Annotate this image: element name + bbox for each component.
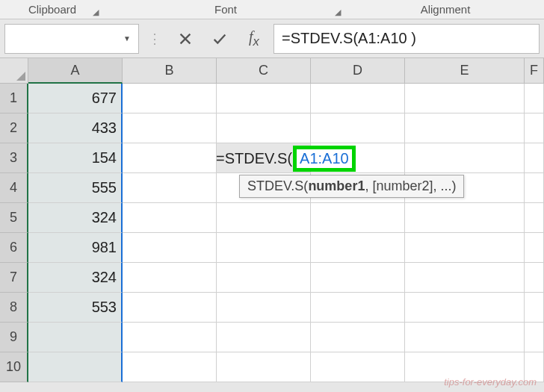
enter-button[interactable] <box>205 24 235 54</box>
ribbon-group-clipboard: Clipboard ◢ <box>0 0 105 19</box>
cell[interactable] <box>525 203 544 233</box>
cell[interactable] <box>405 323 525 352</box>
function-tooltip[interactable]: STDEV.S(number1, [number2], ...) <box>239 175 464 198</box>
insert-function-button[interactable]: fx <box>239 24 269 54</box>
cell[interactable] <box>217 263 311 293</box>
formula-bar: ▼ ⋮ fx =STDEV.S(A1:A10 ) <box>0 19 544 58</box>
cell[interactable] <box>525 323 544 352</box>
cell[interactable]: 553 <box>28 293 123 323</box>
column-header-e[interactable]: E <box>405 58 525 84</box>
cell[interactable] <box>217 293 311 323</box>
table-row: 7 324 <box>0 263 544 293</box>
cell[interactable] <box>311 233 405 263</box>
name-box[interactable]: ▼ <box>4 24 139 54</box>
row-header[interactable]: 1 <box>0 84 28 113</box>
cell[interactable] <box>405 293 525 323</box>
fx-icon: fx <box>249 28 259 49</box>
cell[interactable] <box>123 113 217 143</box>
tooltip-rest: , [number2], ...) <box>365 178 456 193</box>
cell[interactable] <box>405 113 525 143</box>
cell[interactable] <box>311 293 405 323</box>
cell[interactable] <box>311 323 405 352</box>
row-header[interactable]: 2 <box>0 113 28 143</box>
watermark: tips-for-everyday.com <box>444 376 537 388</box>
cell[interactable]: 324 <box>28 203 123 233</box>
cell[interactable] <box>217 233 311 263</box>
row-header[interactable]: 8 <box>0 293 28 323</box>
cell[interactable] <box>405 263 525 293</box>
cell[interactable] <box>525 84 544 113</box>
cell[interactable] <box>217 84 311 113</box>
table-row: 2 433 <box>0 113 544 143</box>
cell[interactable]: 981 <box>28 233 123 263</box>
cell[interactable]: 324 <box>28 263 123 293</box>
cell[interactable] <box>525 293 544 323</box>
cell[interactable] <box>405 143 525 173</box>
row-header[interactable]: 6 <box>0 233 28 263</box>
cell[interactable]: 154 <box>28 143 123 173</box>
cell[interactable] <box>525 143 544 173</box>
chevron-down-icon[interactable]: ▼ <box>120 34 134 43</box>
cell[interactable] <box>405 203 525 233</box>
cell[interactable] <box>311 113 405 143</box>
cell[interactable] <box>311 352 405 382</box>
cell[interactable] <box>525 173 544 203</box>
formula-prefix: =STDEV.S( <box>216 150 292 167</box>
range-highlight: A1:A10 <box>293 146 356 172</box>
cell[interactable] <box>525 263 544 293</box>
select-all-corner[interactable] <box>0 58 28 84</box>
spreadsheet-grid: A B C D E F 1 677 2 433 3 154 4 555 <box>0 58 544 382</box>
row-header[interactable]: 10 <box>0 352 28 382</box>
column-header-d[interactable]: D <box>311 58 405 84</box>
formula-text: =STDEV.S(A1:A10 ) <box>282 30 416 47</box>
row-header[interactable]: 5 <box>0 203 28 233</box>
formula-input[interactable]: =STDEV.S(A1:A10 ) <box>273 24 540 54</box>
cell[interactable] <box>123 263 217 293</box>
column-header-b[interactable]: B <box>123 58 217 84</box>
cell[interactable] <box>123 173 217 203</box>
cell[interactable] <box>123 84 217 113</box>
x-icon <box>177 31 194 47</box>
cell[interactable] <box>525 113 544 143</box>
cell[interactable] <box>405 233 525 263</box>
cancel-button[interactable] <box>170 24 200 54</box>
ribbon-label-clipboard: Clipboard <box>28 3 76 16</box>
cell[interactable] <box>311 203 405 233</box>
ribbon-label-alignment: Alignment <box>421 3 471 16</box>
row-header[interactable]: 7 <box>0 263 28 293</box>
cell[interactable] <box>217 352 311 382</box>
column-header-c[interactable]: C <box>217 58 311 84</box>
tooltip-arg-active: number1 <box>308 178 365 193</box>
cell[interactable] <box>123 352 217 382</box>
column-header-a[interactable]: A <box>28 58 123 84</box>
cell[interactable] <box>123 203 217 233</box>
column-header-f[interactable]: F <box>525 58 544 84</box>
dialog-launcher-icon[interactable]: ◢ <box>335 7 341 17</box>
cell[interactable]: 555 <box>28 173 123 203</box>
cell[interactable] <box>123 323 217 352</box>
cell[interactable] <box>525 233 544 263</box>
ribbon-group-labels: Clipboard ◢ Font ◢ Alignment <box>0 0 544 19</box>
row-header[interactable]: 4 <box>0 173 28 203</box>
cell[interactable]: 677 <box>28 84 123 113</box>
cell[interactable] <box>405 84 525 113</box>
cell[interactable] <box>28 352 123 382</box>
cell[interactable]: 433 <box>28 113 123 143</box>
cell[interactable] <box>311 263 405 293</box>
dialog-launcher-icon[interactable]: ◢ <box>93 7 99 17</box>
cell[interactable] <box>311 84 405 113</box>
row-header[interactable]: 9 <box>0 323 28 352</box>
column-headers: A B C D E F <box>0 58 544 84</box>
cell[interactable] <box>217 323 311 352</box>
cell[interactable] <box>123 233 217 263</box>
table-row: 8 553 <box>0 293 544 323</box>
cell-editing-overlay[interactable]: =STDEV.S(A1:A10 <box>216 143 356 173</box>
row-header[interactable]: 3 <box>0 143 28 173</box>
cell[interactable] <box>28 323 123 352</box>
cell[interactable] <box>123 293 217 323</box>
table-row: 5 324 <box>0 203 544 233</box>
cell[interactable] <box>123 143 217 173</box>
check-icon <box>211 31 228 47</box>
cell[interactable] <box>217 113 311 143</box>
cell[interactable] <box>217 203 311 233</box>
